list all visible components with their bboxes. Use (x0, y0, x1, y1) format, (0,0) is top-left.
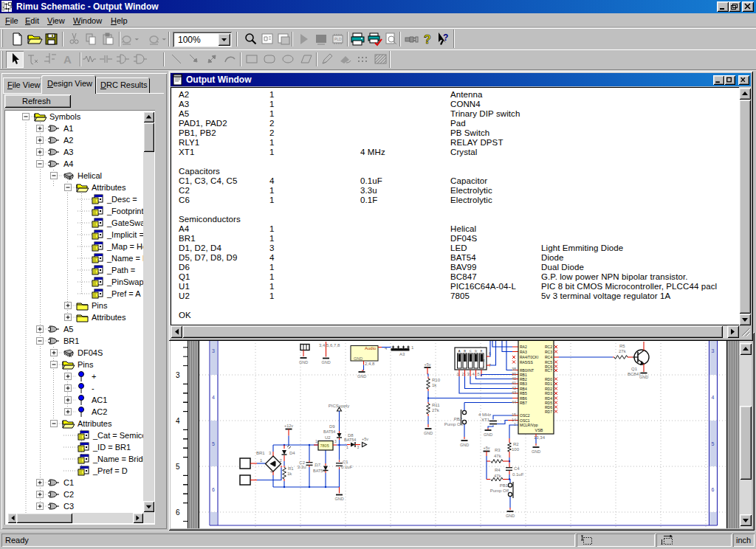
svg-text:3: 3 (712, 348, 715, 353)
svg-text:RD0: RD0 (545, 377, 552, 381)
svg-text:RD3: RD3 (545, 391, 552, 396)
svg-text:RC3: RC3 (545, 350, 552, 354)
svg-text:A3: A3 (399, 352, 405, 356)
svg-text:_ID = BR1: _ID = BR1 (92, 443, 131, 452)
svg-text:Attributes: Attributes (78, 419, 112, 428)
svg-text:A3: A3 (63, 148, 73, 156)
svg-text:1: 1 (346, 445, 348, 449)
svg-text:_Implicit =: _Implicit = (106, 230, 144, 239)
svg-text:GND: GND (321, 360, 330, 365)
svg-text:D4: D4 (289, 451, 295, 455)
svg-text:3: 3 (357, 445, 360, 449)
svg-text:6: 6 (212, 487, 215, 492)
svg-text:GND: GND (460, 443, 469, 447)
svg-text:D7: D7 (315, 463, 320, 467)
svg-text:GND: GND (299, 360, 308, 365)
svg-text:4: 4 (212, 395, 215, 400)
svg-text:C4: C4 (514, 466, 520, 471)
svg-text:Pump Off: Pump Off (490, 488, 509, 493)
svg-text:27k: 27k (619, 349, 627, 353)
svg-text:+5v: +5v (424, 362, 430, 367)
svg-text:RA4/T0CKI: RA4/T0CKI (520, 355, 538, 359)
svg-text:C1: C1 (63, 478, 74, 487)
svg-text:PB2: PB2 (454, 417, 463, 421)
svg-text:38: 38 (512, 367, 516, 371)
svg-text:RA2: RA2 (520, 345, 527, 349)
svg-text:41: 41 (512, 381, 516, 385)
svg-text:_Desc =: _Desc = (106, 195, 137, 204)
svg-text:1: 1 (411, 345, 414, 350)
svg-text:2: 2 (462, 372, 465, 376)
svg-text:PLD: PLD (334, 37, 342, 41)
svg-text:DF04S: DF04S (78, 348, 103, 357)
svg-text:R11: R11 (432, 403, 440, 407)
svg-text:47k: 47k (494, 474, 502, 478)
svg-text:RB5: RB5 (520, 391, 527, 396)
svg-text:Symbols: Symbols (49, 112, 81, 121)
svg-text:GND: GND (484, 432, 492, 437)
svg-text:3.3u: 3.3u (298, 465, 306, 469)
svg-text:_GateSwa: _GateSwa (106, 218, 144, 227)
svg-text:+12v: +12v (284, 424, 293, 428)
svg-text:5: 5 (712, 441, 715, 446)
svg-text:RB4: RB4 (520, 387, 527, 391)
svg-text:_Name = Bridg: _Name = Bridg (92, 455, 144, 463)
svg-text:Audio: Audio (365, 346, 377, 351)
svg-text:GND: GND (354, 356, 362, 361)
svg-text:RD1: RD1 (545, 381, 552, 386)
svg-text:A1: A1 (63, 124, 73, 133)
svg-text:A: A (458, 349, 461, 353)
svg-text:R4: R4 (495, 468, 501, 472)
svg-text:RA5/SS: RA5/SS (520, 360, 533, 365)
svg-text:VSB: VSB (535, 428, 543, 432)
svg-text:C1: C1 (343, 460, 348, 464)
svg-text:1: 1 (514, 422, 516, 427)
svg-text:100: 100 (512, 447, 520, 452)
svg-text:15: 15 (512, 412, 516, 417)
svg-text:R3: R3 (495, 448, 501, 452)
svg-text:4 MHz: 4 MHz (478, 412, 491, 417)
svg-text:BR1: BR1 (256, 451, 265, 455)
svg-text:7805: 7805 (320, 443, 329, 448)
svg-text:RC2: RC2 (545, 345, 552, 349)
svg-text:RB3: RB3 (520, 381, 527, 386)
svg-text:Helical: Helical (78, 171, 102, 180)
svg-text:RC4: RC4 (545, 355, 552, 359)
svg-text:C2: C2 (63, 490, 74, 499)
svg-text:5: 5 (212, 441, 215, 446)
svg-text:D: D (475, 349, 477, 353)
svg-text:Pins: Pins (92, 301, 108, 310)
svg-text:D9: D9 (329, 424, 335, 429)
svg-text:_Path =: _Path = (106, 266, 135, 274)
svg-text:MCLR/Vpp: MCLR/Vpp (520, 423, 538, 427)
svg-text:Attributes: Attributes (92, 183, 126, 192)
svg-text:RD2: RD2 (545, 387, 552, 391)
svg-text:44: 44 (512, 400, 516, 404)
svg-text:3: 3 (176, 371, 180, 379)
svg-text:4: 4 (385, 346, 388, 351)
svg-text:Pump On: Pump On (444, 422, 463, 427)
svg-text:Pins: Pins (78, 360, 94, 369)
svg-text:PICSupply: PICSupply (329, 404, 349, 408)
svg-text:_Name = H: _Name = H (106, 254, 144, 263)
svg-text:R5: R5 (619, 344, 625, 348)
svg-text:4: 4 (712, 395, 715, 400)
svg-text:E: E (481, 349, 483, 353)
svg-text:R2: R2 (513, 442, 519, 446)
svg-text:RD7: RD7 (545, 410, 552, 414)
svg-text:6: 6 (176, 508, 180, 517)
svg-text:GND: GND (357, 374, 366, 379)
svg-text:47k: 47k (494, 454, 502, 458)
svg-text:0.1uF: 0.1uF (341, 465, 353, 469)
svg-text:OSC1: OSC1 (520, 418, 530, 423)
svg-text:OSC2: OSC2 (520, 413, 530, 418)
svg-text:A4: A4 (63, 159, 73, 168)
svg-text:3: 3 (467, 372, 470, 376)
svg-text:+: + (92, 372, 96, 381)
svg-text:BAT54: BAT54 (313, 469, 325, 473)
svg-text:5: 5 (176, 463, 180, 471)
svg-text:GND: GND (532, 449, 540, 454)
svg-text:-: - (92, 384, 94, 393)
svg-text:A2: A2 (63, 136, 73, 145)
svg-text:+5v: +5v (483, 446, 489, 450)
